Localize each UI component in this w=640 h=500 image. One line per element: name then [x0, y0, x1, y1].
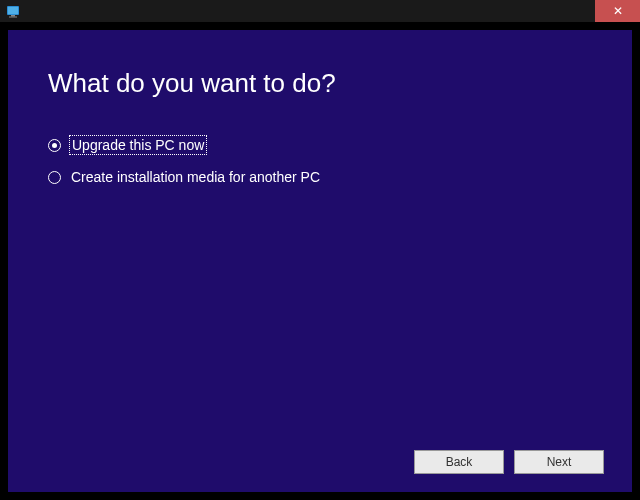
svg-rect-3 — [9, 17, 17, 18]
content-wrapper: What do you want to do? Upgrade this PC … — [0, 22, 640, 500]
option-upgrade-now[interactable]: Upgrade this PC now — [48, 137, 592, 153]
option-create-media[interactable]: Create installation media for another PC — [48, 169, 592, 185]
footer: Back Next — [414, 450, 604, 474]
radio-icon — [48, 171, 61, 184]
page-title: What do you want to do? — [48, 68, 592, 99]
content-panel: What do you want to do? Upgrade this PC … — [8, 30, 632, 492]
close-icon: ✕ — [613, 4, 623, 18]
titlebar: ✕ — [0, 0, 640, 22]
radio-icon — [48, 139, 61, 152]
option-label: Upgrade this PC now — [71, 137, 205, 153]
option-label: Create installation media for another PC — [71, 169, 320, 185]
installer-window: ✕ What do you want to do? Upgrade this P… — [0, 0, 640, 500]
options-group: Upgrade this PC now Create installation … — [48, 137, 592, 185]
close-button[interactable]: ✕ — [595, 0, 640, 22]
next-button[interactable]: Next — [514, 450, 604, 474]
svg-rect-2 — [11, 15, 15, 17]
app-icon — [6, 4, 20, 18]
back-button[interactable]: Back — [414, 450, 504, 474]
svg-rect-1 — [8, 7, 18, 14]
